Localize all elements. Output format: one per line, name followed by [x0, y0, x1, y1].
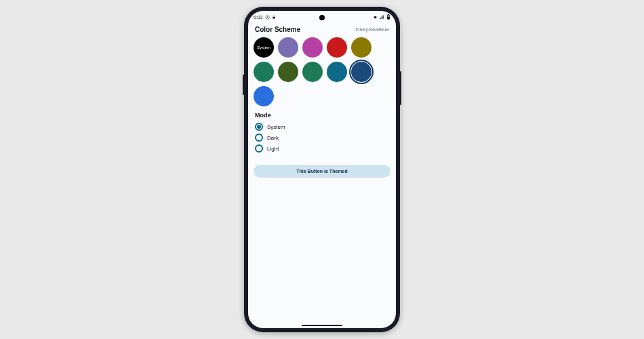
current-scheme-label: DeepSeaBlue: [356, 26, 389, 33]
swatch-system-label: System: [257, 45, 270, 49]
radio-icon: [255, 134, 263, 142]
mode-option-system[interactable]: System: [255, 121, 389, 132]
phone-frame: 6:02 Color Scheme DeepSeaBlue System Mod…: [244, 7, 400, 332]
color-swatch-darkgreen[interactable]: [278, 62, 298, 82]
color-swatch-system[interactable]: System: [254, 37, 274, 58]
wifi-icon: [372, 15, 378, 20]
mode-option-label: Light: [267, 146, 279, 152]
front-camera: [319, 15, 325, 20]
battery-icon: [386, 14, 390, 20]
radio-icon: [255, 144, 263, 153]
header: Color Scheme DeepSeaBlue: [248, 23, 396, 37]
mode-option-dark[interactable]: Dark: [255, 132, 389, 143]
radio-icon: [255, 123, 263, 131]
svg-rect-4: [388, 17, 389, 19]
mode-option-light[interactable]: Light: [255, 143, 389, 154]
home-indicator[interactable]: [302, 325, 342, 326]
color-swatch-emerald[interactable]: [302, 62, 323, 82]
color-swatch-teal[interactable]: [254, 62, 274, 82]
svg-rect-3: [388, 14, 389, 15]
color-swatch-red[interactable]: [327, 37, 347, 58]
signal-icon: [380, 15, 385, 20]
color-swatch-olive[interactable]: [351, 37, 371, 58]
color-swatch-magenta[interactable]: [302, 37, 323, 58]
color-swatch-grid: System: [248, 37, 396, 106]
color-swatch-deepsea[interactable]: [327, 62, 347, 82]
color-swatch-navy[interactable]: [351, 62, 371, 82]
mode-option-label: System: [267, 124, 285, 130]
page-title: Color Scheme: [255, 26, 300, 33]
mode-option-label: Dark: [267, 135, 279, 141]
color-swatch-blue[interactable]: [254, 86, 274, 106]
lock-icon: [272, 15, 276, 20]
mode-heading: Mode: [255, 112, 389, 119]
themed-button[interactable]: This Button is Themed: [254, 165, 390, 178]
themed-button-label: This Button is Themed: [296, 169, 347, 174]
svg-rect-1: [273, 17, 275, 19]
clock-icon: [265, 15, 270, 20]
status-time: 6:02: [254, 15, 263, 20]
mode-section: Mode SystemDarkLight: [248, 106, 396, 161]
screen: 6:02 Color Scheme DeepSeaBlue System Mod…: [248, 11, 396, 328]
color-swatch-purple[interactable]: [278, 37, 298, 58]
